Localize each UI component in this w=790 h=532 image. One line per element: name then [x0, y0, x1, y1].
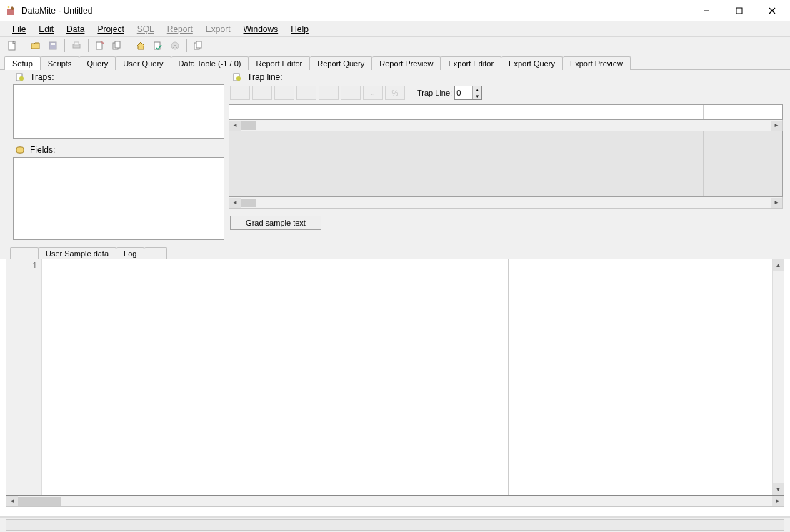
menu-windows[interactable]: Windows — [236, 23, 284, 36]
title-bar: DataMite - Untitled — [0, 0, 790, 21]
scroll-left-icon[interactable]: ◄ — [229, 198, 241, 208]
tab-user-query[interactable]: User Query — [116, 56, 171, 70]
fields-icon — [14, 144, 26, 156]
menu-bar: File Edit Data Project SQL Report Export… — [0, 21, 790, 37]
app-icon — [6, 5, 17, 16]
fields-header: Fields: — [0, 143, 229, 156]
svg-point-15 — [171, 42, 179, 49]
copy-icon[interactable] — [191, 39, 206, 53]
tab-report-query[interactable]: Report Query — [310, 56, 372, 70]
menu-edit[interactable]: Edit — [32, 23, 60, 36]
svg-rect-8 — [51, 43, 55, 45]
fields-label: Fields: — [30, 145, 55, 155]
scroll-thumb[interactable] — [18, 497, 61, 506]
scroll-left-icon[interactable]: ◄ — [229, 121, 241, 131]
scroll-right-icon[interactable]: ► — [771, 121, 782, 131]
maximize-button[interactable] — [723, 1, 756, 21]
close-button[interactable] — [756, 1, 789, 21]
tab-data-table[interactable]: Data Table (-1 / 0) — [171, 56, 249, 70]
bottom-tab-log[interactable]: Log — [116, 247, 144, 259]
menu-project[interactable]: Project — [91, 23, 130, 36]
scroll-thumb[interactable] — [241, 199, 256, 207]
tab-export-editor[interactable]: Export Editor — [441, 56, 501, 70]
scroll-left-icon[interactable]: ◄ — [6, 496, 18, 506]
menu-data[interactable]: Data — [60, 23, 91, 36]
svg-rect-13 — [115, 41, 120, 48]
scroll-up-icon[interactable]: ▲ — [773, 259, 784, 271]
tl-btn-2 — [252, 86, 272, 100]
tl-btn-7: ., — [363, 86, 383, 100]
upper-grid[interactable] — [229, 104, 783, 120]
svg-rect-7 — [49, 42, 56, 49]
trapline-control-label: Trap Line: — [417, 89, 452, 97]
fields-listbox[interactable] — [13, 157, 224, 240]
svg-rect-11 — [96, 42, 102, 49]
menu-file[interactable]: File — [6, 23, 32, 36]
left-column: Traps: Fields: — [0, 70, 229, 244]
check-doc-icon[interactable] — [150, 39, 166, 53]
editor-gutter: 1 — [6, 259, 42, 495]
print-icon — [69, 39, 84, 53]
menu-export: Export — [199, 23, 237, 36]
bottom-tab-blank-1[interactable] — [10, 247, 39, 259]
right-column: Trap line: ., % Trap Line: ▲ ▼ ◄ — [229, 70, 790, 244]
bottom-tab-user-sample-data[interactable]: User Sample data — [39, 247, 116, 259]
minimize-button[interactable] — [690, 1, 723, 21]
tab-export-preview[interactable]: Export Preview — [563, 56, 631, 70]
spinner-up[interactable]: ▲ — [472, 86, 481, 93]
upper-grid-hscroll[interactable]: ◄ ► — [229, 120, 783, 131]
svg-rect-3 — [736, 8, 742, 14]
trapline-spinner[interactable]: ▲ ▼ — [454, 86, 482, 100]
traps-icon — [14, 71, 26, 83]
tl-btn-6 — [341, 86, 361, 100]
trapline-value-input[interactable] — [455, 86, 472, 99]
trapline-header: Trap line: — [229, 70, 783, 83]
editor-area: 1 ▲ ▼ — [6, 259, 784, 496]
bottom-tabs: User Sample data Log — [0, 244, 790, 259]
tab-query[interactable]: Query — [79, 56, 116, 70]
editor-main-pane[interactable] — [42, 259, 508, 495]
doc-a-icon[interactable] — [92, 39, 108, 53]
tl-btn-5 — [319, 86, 339, 100]
new-icon[interactable] — [4, 39, 20, 53]
svg-line-16 — [173, 44, 177, 48]
lower-grid-hscroll[interactable]: ◄ ► — [229, 197, 783, 209]
main-tabs: Setup Scripts Query User Query Data Tabl… — [0, 54, 790, 70]
doc-b-icon[interactable] — [109, 39, 125, 53]
toolbar-separator — [64, 39, 65, 52]
tl-btn-4 — [296, 86, 316, 100]
content-area: Traps: Fields: Trap line: ., % Trap Line… — [0, 70, 790, 244]
editor-vscroll[interactable]: ▲ ▼ — [772, 259, 784, 495]
traps-listbox[interactable] — [13, 84, 224, 139]
traps-label: Traps: — [30, 72, 54, 82]
status-bar-panel — [6, 519, 784, 531]
cancel-icon — [167, 39, 183, 53]
menu-help[interactable]: Help — [284, 23, 315, 36]
open-icon[interactable] — [28, 39, 44, 53]
scroll-right-icon[interactable]: ► — [772, 496, 784, 506]
tab-report-editor[interactable]: Report Editor — [249, 56, 310, 70]
tl-btn-3 — [274, 86, 294, 100]
line-number: 1 — [32, 261, 37, 271]
grad-sample-text-button[interactable]: Grad sample text — [230, 216, 321, 230]
scroll-right-icon[interactable]: ► — [771, 198, 782, 208]
svg-rect-9 — [73, 44, 80, 48]
scroll-thumb[interactable] — [241, 121, 256, 130]
tab-export-query[interactable]: Export Query — [501, 56, 563, 70]
home-icon[interactable] — [133, 39, 149, 53]
bottom-tab-blank-2[interactable] — [144, 247, 167, 259]
menu-report: Report — [161, 23, 199, 36]
traps-header: Traps: — [0, 70, 229, 83]
lower-grid[interactable] — [229, 131, 783, 197]
editor-right-pane[interactable] — [509, 259, 772, 495]
toolbar-separator — [186, 39, 187, 52]
editor-hscroll[interactable]: ◄ ► — [6, 496, 784, 507]
window-title: DataMite - Untitled — [21, 6, 690, 16]
scroll-down-icon[interactable]: ▼ — [773, 483, 784, 495]
trapline-icon — [231, 71, 243, 83]
spinner-down[interactable]: ▼ — [472, 93, 481, 99]
tab-setup[interactable]: Setup — [4, 56, 41, 70]
svg-point-21 — [19, 76, 24, 81]
tab-scripts[interactable]: Scripts — [41, 56, 80, 70]
tab-report-preview[interactable]: Report Preview — [372, 56, 441, 70]
